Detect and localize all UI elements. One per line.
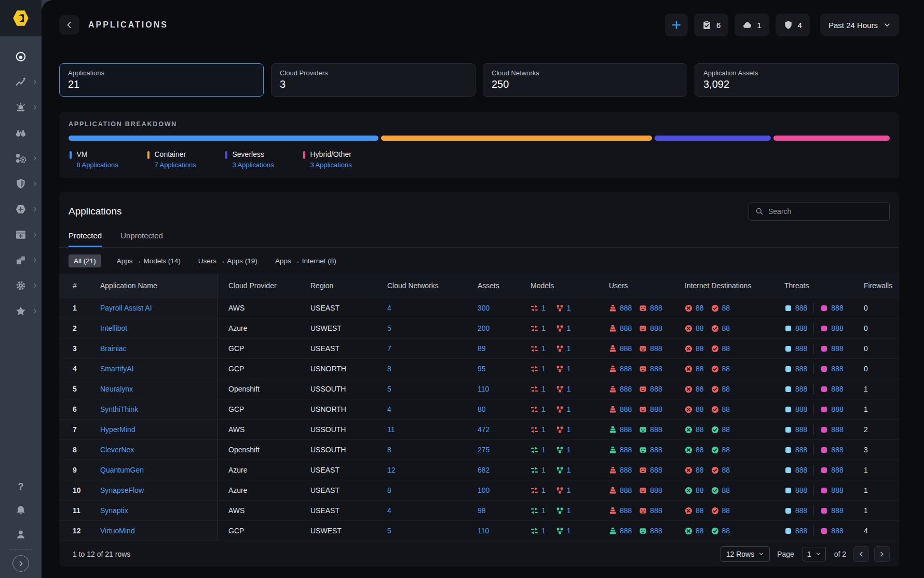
application-name-link[interactable]: VirtuoMind (100, 527, 135, 535)
circle-check-chip[interactable]: 88 (711, 344, 730, 353)
sidebar-item-posture[interactable] (0, 171, 42, 196)
pyramid-chip[interactable]: 888 (609, 506, 632, 515)
pyramid-chip[interactable]: 888 (609, 365, 632, 373)
circle-check-chip[interactable]: 88 (711, 425, 730, 434)
square-chip[interactable]: 888 (784, 405, 807, 413)
topology-chip[interactable]: 1 (556, 405, 571, 413)
circle-x-chip[interactable]: 88 (685, 344, 704, 353)
square-chip[interactable]: 888 (784, 385, 807, 393)
filter-pill-2[interactable]: Users → Apps (19) (196, 254, 260, 267)
cloud-networks-link[interactable]: 8 (387, 446, 391, 454)
pyramid-chip[interactable]: 888 (609, 486, 632, 494)
application-name-link[interactable]: SynapseFlow (100, 486, 144, 494)
sidebar-item-discovery[interactable] (0, 120, 42, 145)
cloud-networks-link[interactable]: 12 (387, 466, 396, 474)
cloud-networks-link[interactable]: 8 (387, 365, 391, 373)
back-button[interactable] (59, 15, 79, 35)
cloud-networks-link[interactable]: 11 (387, 425, 395, 434)
square-chip[interactable]: 888 (820, 527, 843, 535)
table-row[interactable]: 4SmartifyAIGCPUSNORTH8951188888888888888… (59, 358, 899, 379)
topology-chip[interactable]: 1 (556, 365, 571, 373)
table-row[interactable]: 9QuantumGenAzureUSEAST126821188888888888… (59, 460, 899, 480)
tab-unprotected[interactable]: Unprotected (120, 231, 163, 247)
application-name-link[interactable]: Intellibot (100, 324, 127, 332)
sidebar-item-overview[interactable] (0, 44, 42, 69)
topology-chip[interactable]: 1 (556, 506, 571, 515)
legend-count-link[interactable]: 3 Applications (233, 161, 274, 169)
bot-chip[interactable]: 888 (639, 405, 662, 413)
cloud-networks-link[interactable]: 7 (387, 344, 391, 353)
sidebar-item-assets[interactable] (0, 247, 42, 273)
sliders-chip[interactable]: 1 (531, 385, 546, 393)
topology-chip[interactable]: 1 (556, 446, 571, 454)
legend-count-link[interactable]: 8 Applications (77, 161, 118, 169)
bot-chip[interactable]: 888 (639, 466, 662, 474)
square-chip[interactable]: 888 (820, 304, 843, 312)
bot-chip[interactable]: 888 (639, 304, 662, 312)
assets-link[interactable]: 200 (478, 324, 490, 332)
sidebar-item-analytics[interactable] (0, 69, 42, 95)
pyramid-chip[interactable]: 888 (609, 344, 632, 353)
square-chip[interactable]: 888 (784, 344, 807, 353)
tasks-badge[interactable]: 6 (694, 14, 728, 36)
circle-x-chip[interactable]: 88 (685, 446, 704, 454)
square-chip[interactable]: 888 (820, 344, 843, 353)
square-chip[interactable]: 888 (784, 486, 807, 494)
app-logo[interactable] (0, 0, 42, 36)
circle-check-chip[interactable]: 88 (711, 446, 730, 454)
topology-chip[interactable]: 1 (556, 486, 571, 494)
sidebar-item-notifications[interactable] (0, 499, 42, 522)
sliders-chip[interactable]: 1 (531, 304, 546, 312)
sliders-chip[interactable]: 1 (531, 425, 546, 434)
circle-x-chip[interactable]: 88 (685, 466, 704, 474)
assets-link[interactable]: 80 (478, 405, 486, 413)
cloud-networks-link[interactable]: 5 (387, 324, 391, 332)
circle-check-chip[interactable]: 88 (711, 506, 730, 515)
square-chip[interactable]: 888 (784, 506, 807, 515)
table-row[interactable]: 7HyperMindAWSUSSOUTH11472118888888888888… (59, 419, 899, 439)
application-name-link[interactable]: SmartifyAI (100, 365, 134, 373)
square-chip[interactable]: 888 (784, 324, 807, 332)
sidebar-item-settings[interactable] (0, 273, 42, 298)
circle-x-chip[interactable]: 88 (685, 304, 704, 312)
cloud-networks-link[interactable]: 4 (387, 506, 391, 515)
assets-link[interactable]: 110 (478, 527, 489, 535)
square-chip[interactable]: 888 (784, 527, 807, 535)
square-chip[interactable]: 888 (784, 425, 807, 434)
legend-count-link[interactable]: 7 Applications (155, 161, 196, 169)
application-name-link[interactable]: CleverNex (100, 446, 134, 454)
square-chip[interactable]: 888 (820, 324, 843, 332)
square-chip[interactable]: 888 (820, 446, 843, 454)
table-row[interactable]: 6SynthiThinkGCPUSNORTH480118888888888888… (59, 399, 899, 419)
sidebar-item-profile[interactable] (0, 522, 42, 546)
table-row[interactable]: 12VirtuoMindGCPUSWEST5110118888888888888… (59, 520, 899, 541)
next-page-button[interactable] (874, 546, 890, 562)
application-name-link[interactable]: Synaptix (100, 506, 128, 515)
stat-card-application-assets[interactable]: Application Assets3,092 (695, 63, 899, 97)
table-row[interactable]: 1Payroll Assist AIAWSUSEAST4300118888888… (59, 298, 899, 318)
sidebar-item-favorites[interactable] (0, 298, 42, 324)
sidebar-item-help[interactable]: ? (0, 475, 42, 499)
circle-x-chip[interactable]: 88 (685, 385, 704, 393)
breakdown-segment-hybridother[interactable] (773, 136, 890, 141)
circle-x-chip[interactable]: 88 (685, 425, 704, 434)
application-name-link[interactable]: Neuralynx (100, 385, 133, 393)
sliders-chip[interactable]: 1 (531, 405, 546, 413)
assets-link[interactable]: 300 (478, 304, 490, 312)
circle-x-chip[interactable]: 88 (685, 365, 704, 373)
pyramid-chip[interactable]: 888 (609, 527, 632, 535)
legend-count-link[interactable]: 3 Applications (310, 161, 352, 169)
cloud-networks-link[interactable]: 8 (387, 486, 391, 494)
stat-card-applications[interactable]: Applications21 (59, 63, 264, 97)
sidebar-expand-button[interactable] (12, 555, 29, 572)
application-name-link[interactable]: HyperMind (100, 425, 135, 434)
circle-check-chip[interactable]: 88 (711, 324, 730, 332)
table-row[interactable]: 2IntellibotAzureUSWEST520011888888888888… (59, 318, 899, 338)
table-row[interactable]: 10SynapseFlowAzureUSEAST8100118888888888… (59, 480, 899, 500)
bot-chip[interactable]: 888 (639, 506, 662, 515)
circle-check-chip[interactable]: 88 (711, 527, 730, 535)
assets-link[interactable]: 95 (478, 365, 486, 373)
topology-chip[interactable]: 1 (556, 385, 571, 393)
topology-chip[interactable]: 1 (556, 466, 571, 474)
square-chip[interactable]: 888 (820, 365, 843, 373)
